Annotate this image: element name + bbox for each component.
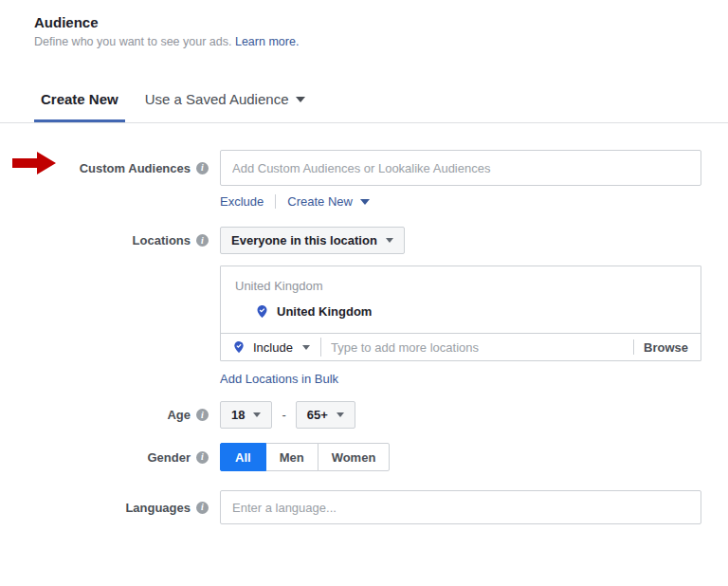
gender-label-cell: Gender (0, 450, 220, 465)
browse-button[interactable]: Browse (644, 340, 691, 355)
location-include-row: Include Browse (221, 333, 701, 360)
audience-section: Audience Define who you want to see your… (0, 0, 728, 586)
map-pin-icon (232, 340, 246, 354)
include-dropdown-label[interactable]: Include (253, 340, 293, 355)
tab-use-saved-label: Use a Saved Audience (145, 91, 289, 107)
info-icon[interactable] (196, 451, 209, 464)
age-min-value: 18 (231, 408, 245, 422)
location-mode-dropdown[interactable]: Everyone in this location (220, 227, 405, 254)
info-icon[interactable] (196, 502, 209, 514)
chevron-down-icon (337, 412, 344, 417)
tab-create-new[interactable]: Create New (34, 91, 125, 122)
location-mode-value: Everyone in this location (231, 233, 377, 247)
languages-label-cell: Languages (0, 501, 220, 515)
languages-row: Languages (0, 490, 728, 524)
custom-audiences-row: Custom Audiences (0, 150, 728, 186)
region-header: United Kingdom (235, 279, 686, 293)
create-new-link[interactable]: Create New (287, 194, 353, 209)
learn-more-link[interactable]: Learn more. (235, 35, 299, 48)
age-range-separator: - (282, 408, 285, 422)
info-icon[interactable] (196, 409, 209, 421)
chevron-down-icon (360, 199, 370, 205)
tab-use-saved-audience[interactable]: Use a Saved Audience (145, 91, 306, 122)
page-title: Audience (34, 14, 728, 30)
selected-location-name: United Kingdom (277, 304, 372, 319)
exclude-link[interactable]: Exclude (220, 194, 264, 209)
section-header: Audience Define who you want to see your… (0, 0, 728, 48)
gender-label: Gender (147, 450, 191, 465)
subtitle-text: Define who you want to see your ads. (34, 35, 231, 48)
age-row: Age 18 - 65+ (0, 401, 728, 429)
divider (633, 339, 634, 355)
custom-audiences-links: Exclude Create New (220, 194, 728, 209)
audience-tabs: Create New Use a Saved Audience (34, 91, 728, 122)
gender-segmented-control: All Men Women (220, 443, 390, 471)
age-label-cell: Age (0, 408, 220, 422)
link-divider (275, 194, 276, 209)
age-max-value: 65+ (307, 408, 328, 422)
red-arrow-icon (12, 152, 56, 174)
selected-location-item[interactable]: United Kingdom (235, 304, 686, 319)
locations-label: Locations (133, 233, 191, 247)
gender-row: Gender All Men Women (0, 443, 728, 471)
gender-option-all[interactable]: All (220, 443, 266, 471)
age-label: Age (167, 408, 191, 422)
custom-audiences-input[interactable] (220, 150, 701, 186)
add-locations-in-bulk-link[interactable]: Add Locations in Bulk (220, 372, 338, 386)
page-subtitle: Define who you want to see your ads. Lea… (34, 35, 728, 48)
chevron-down-icon[interactable] (302, 345, 310, 350)
chevron-down-icon (296, 97, 305, 102)
languages-input[interactable] (220, 490, 701, 524)
gender-option-women[interactable]: Women (318, 443, 391, 471)
info-icon[interactable] (196, 162, 209, 174)
locations-row: Locations Everyone in this location (0, 227, 728, 254)
custom-audiences-label: Custom Audiences (80, 161, 191, 175)
chevron-down-icon (386, 238, 393, 243)
tabs-divider (0, 122, 728, 123)
locations-label-cell: Locations (0, 233, 220, 247)
map-pin-icon (255, 304, 269, 319)
gender-option-men[interactable]: Men (265, 443, 318, 471)
locations-box: United Kingdom United Kingdom Include Br… (220, 266, 701, 361)
languages-label: Languages (125, 501, 191, 515)
info-icon[interactable] (196, 234, 209, 247)
selected-locations-area: United Kingdom United Kingdom (221, 266, 701, 333)
chevron-down-icon (253, 412, 261, 417)
age-max-dropdown[interactable]: 65+ (296, 401, 355, 429)
bulk-locations-row: Add Locations in Bulk (220, 372, 728, 386)
add-location-input[interactable] (321, 335, 633, 359)
age-min-dropdown[interactable]: 18 (220, 401, 272, 429)
